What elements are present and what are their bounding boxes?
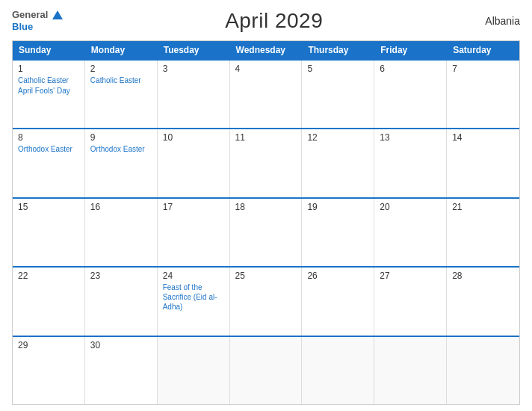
holiday-label: Orthodox Easter [18, 144, 79, 154]
day-header-thursday: Thursday [302, 41, 374, 59]
day-header-wednesday: Wednesday [230, 41, 303, 59]
day-cell: 5 [302, 61, 374, 128]
day-cell: 17 [158, 199, 230, 266]
week-5: 2930 [13, 336, 519, 404]
day-cell: 22 [13, 268, 85, 335]
holiday-label: Orthodox Easter [90, 144, 152, 154]
day-number: 8 [18, 132, 79, 143]
day-cell: 30 [85, 337, 158, 404]
day-number: 9 [90, 132, 152, 143]
day-number: 12 [307, 132, 368, 143]
day-cell: 1Catholic EasterApril Fools' Day [13, 61, 85, 128]
day-number: 30 [90, 340, 152, 350]
day-number: 25 [235, 271, 297, 281]
logo-text-group: General Blue [12, 9, 63, 32]
day-cell [230, 337, 303, 404]
day-cell: 25 [230, 268, 303, 335]
day-cell: 4 [230, 61, 303, 128]
day-number: 14 [452, 132, 514, 143]
day-number: 28 [452, 271, 514, 281]
day-cell: 15 [13, 199, 85, 266]
day-header-friday: Friday [374, 41, 447, 59]
day-number: 19 [307, 202, 368, 212]
day-cell: 6 [374, 61, 447, 128]
day-cell: 2Catholic Easter [85, 61, 158, 128]
day-number: 10 [163, 132, 224, 143]
day-number: 23 [90, 271, 152, 281]
day-cell: 11 [230, 129, 303, 197]
day-header-sunday: Sunday [13, 41, 85, 59]
page: General Blue April 2029 Albania SundayMo… [0, 0, 532, 411]
day-number: 18 [235, 202, 297, 212]
day-number: 22 [18, 271, 79, 281]
day-number: 24 [163, 271, 224, 281]
day-cell: 7 [447, 61, 519, 128]
day-number: 1 [18, 64, 79, 74]
day-number: 2 [90, 64, 152, 74]
day-cell: 12 [302, 129, 374, 197]
day-number: 20 [380, 202, 441, 212]
country-label: Albania [485, 15, 520, 27]
day-cell [447, 337, 519, 404]
calendar: SundayMondayTuesdayWednesdayThursdayFrid… [12, 40, 520, 405]
day-number: 6 [380, 64, 441, 74]
logo: General Blue [12, 9, 63, 32]
day-cell: 20 [374, 199, 447, 266]
day-header-saturday: Saturday [447, 41, 519, 59]
day-cell: 10 [158, 129, 230, 197]
day-number: 4 [235, 64, 297, 74]
day-cell: 3 [158, 61, 230, 128]
day-number: 7 [452, 64, 514, 74]
day-cell: 18 [230, 199, 303, 266]
day-number: 3 [163, 64, 224, 74]
holiday-label: Catholic Easter [18, 75, 79, 85]
day-number: 15 [18, 202, 79, 212]
holiday-label: Feast of the Sacrifice (Eid al-Adha) [163, 282, 224, 312]
day-cell: 26 [302, 268, 374, 335]
day-cell: 14 [447, 129, 519, 197]
logo-line2: Blue [12, 21, 63, 33]
day-cell [374, 337, 447, 404]
week-4: 222324Feast of the Sacrifice (Eid al-Adh… [13, 266, 519, 335]
week-2: 8Orthodox Easter9Orthodox Easter10111213… [13, 128, 519, 197]
week-1: 1Catholic EasterApril Fools' Day2Catholi… [13, 59, 519, 128]
day-number: 26 [307, 271, 368, 281]
day-cell: 19 [302, 199, 374, 266]
day-cell: 29 [13, 337, 85, 404]
page-title: April 2029 [225, 9, 323, 33]
day-cell: 9Orthodox Easter [85, 129, 158, 197]
holiday-label: April Fools' Day [18, 86, 79, 96]
day-cell [158, 337, 230, 404]
logo-triangle-icon [52, 10, 63, 19]
weeks: 1Catholic EasterApril Fools' Day2Catholi… [13, 59, 519, 404]
day-number: 29 [18, 340, 79, 350]
day-number: 17 [163, 202, 224, 212]
day-cell: 24Feast of the Sacrifice (Eid al-Adha) [158, 268, 230, 335]
day-number: 27 [380, 271, 441, 281]
header: General Blue April 2029 Albania [12, 9, 520, 33]
day-cell: 28 [447, 268, 519, 335]
day-cell: 8Orthodox Easter [13, 129, 85, 197]
day-number: 16 [90, 202, 152, 212]
day-number: 11 [235, 132, 297, 143]
day-cell: 23 [85, 268, 158, 335]
day-header-tuesday: Tuesday [158, 41, 230, 59]
day-cell: 13 [374, 129, 447, 197]
day-header-monday: Monday [85, 41, 158, 59]
logo-line1: General [12, 9, 63, 21]
day-number: 21 [452, 202, 514, 212]
day-cell: 21 [447, 199, 519, 266]
day-cell [302, 337, 374, 404]
day-cell: 27 [374, 268, 447, 335]
day-number: 13 [380, 132, 441, 143]
holiday-label: Catholic Easter [90, 75, 152, 85]
day-cell: 16 [85, 199, 158, 266]
day-number: 5 [307, 64, 368, 74]
week-3: 15161718192021 [13, 197, 519, 266]
day-headers: SundayMondayTuesdayWednesdayThursdayFrid… [13, 41, 519, 59]
